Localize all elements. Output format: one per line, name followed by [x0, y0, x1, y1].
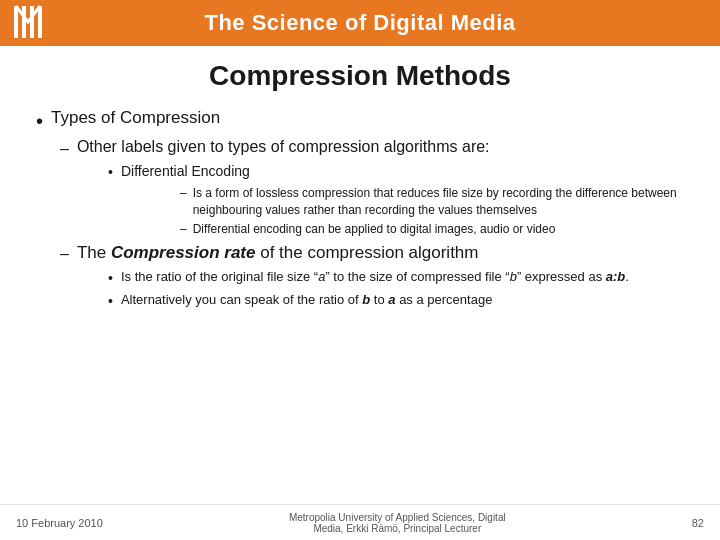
footer-page: 82: [692, 517, 704, 529]
desc1-text: Is a form of lossless compression that r…: [193, 185, 684, 219]
bullet-l3-dot: •: [108, 163, 113, 183]
compression-rate-section: – The Compression rate of the compressio…: [60, 243, 684, 312]
bullet-dot: •: [36, 108, 43, 134]
footer-date: 10 February 2010: [16, 517, 103, 529]
sub-other-labels: – Other labels given to types of compres…: [60, 138, 684, 237]
footer: 10 February 2010 Metropolia University o…: [0, 504, 720, 540]
bullet-ratio: • Is the ratio of the original file size…: [108, 269, 684, 289]
ratio-b: b: [510, 269, 517, 284]
compression-rate-label: Compression rate: [111, 243, 256, 262]
footer-center: Metropolia University of Applied Science…: [289, 512, 506, 534]
dash-other-labels-text: Other labels given to types of compressi…: [77, 138, 490, 156]
main-content: Compression Methods • Types of Compressi…: [0, 46, 720, 324]
diff-encoding-label: Differential Encoding: [121, 163, 250, 179]
header-logo: [10, 4, 46, 40]
ratio-ab: a:b: [606, 269, 626, 284]
compression-rate-points: • Is the ratio of the original file size…: [108, 269, 684, 312]
footer-center-line1: Metropolia University of Applied Science…: [289, 512, 506, 523]
alt-b: b: [362, 292, 370, 307]
slide-title: Compression Methods: [36, 60, 684, 92]
dash-compression-rate: – The Compression rate of the compressio…: [60, 243, 684, 265]
bullet-ratio-dot: •: [108, 269, 113, 289]
footer-center-line2: Media, Erkki Rämö, Principal Lecturer: [289, 523, 506, 534]
differential-encoding-section: • Differential Encoding – Is a form of l…: [108, 163, 684, 237]
ratio-a: a: [318, 269, 325, 284]
dash-desc2: – Differential encoding can be applied t…: [180, 221, 684, 238]
alt-a: a: [388, 292, 395, 307]
bullet-diff-encoding: • Differential Encoding: [108, 163, 684, 183]
dash-sym-rate: –: [60, 243, 69, 265]
desc2-text: Differential encoding can be applied to …: [193, 221, 556, 238]
bullet-types-compression: • Types of Compression: [36, 108, 684, 134]
header-bar: The Science of Digital Media: [0, 0, 720, 46]
bullet-alternatively: • Alternatively you can speak of the rat…: [108, 292, 684, 312]
dash-sym-sm-1: –: [180, 185, 187, 202]
bullet-alternatively-dot: •: [108, 292, 113, 312]
dash-desc1: – Is a form of lossless compression that…: [180, 185, 684, 219]
compression-rate-text-span: The Compression rate of the compression …: [77, 243, 479, 263]
dash-other-labels: – Other labels given to types of compres…: [60, 138, 684, 160]
dash-sym-sm-2: –: [180, 221, 187, 238]
alternatively-text: Alternatively you can speak of the ratio…: [121, 292, 492, 307]
header-title: The Science of Digital Media: [204, 10, 515, 36]
ratio-text: Is the ratio of the original file size “…: [121, 269, 629, 284]
dash-sym: –: [60, 138, 69, 160]
desc1-container: – Is a form of lossless compression that…: [180, 185, 684, 237]
bullet-types-label: Types of Compression: [51, 108, 220, 128]
